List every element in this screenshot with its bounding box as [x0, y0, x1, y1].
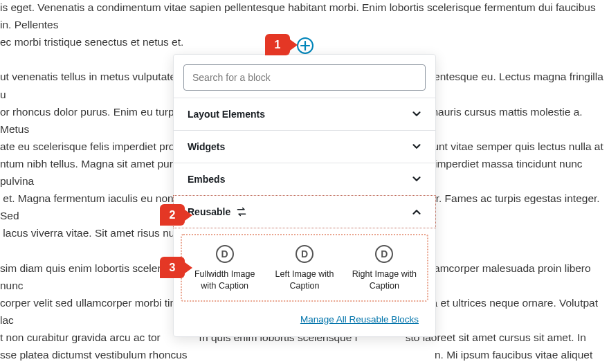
reusable-icon [236, 206, 247, 217]
block-fullwidth-image-caption[interactable]: D Fullwidth Image with Caption [185, 244, 264, 293]
plus-icon [300, 41, 310, 51]
category-widgets[interactable]: Widgets [174, 130, 435, 163]
manage-reusable-blocks-link[interactable]: Manage All Reusable Blocks [300, 314, 419, 325]
category-label: Widgets [188, 141, 225, 152]
annotation-badge-3: 3 [160, 257, 185, 278]
category-label: Reusable [188, 206, 230, 217]
block-label: Left Image with Caption [268, 269, 341, 292]
manage-row: Manage All Reusable Blocks [174, 306, 435, 336]
divi-icon: D [216, 245, 234, 263]
chevron-up-icon [410, 206, 423, 218]
chevron-down-icon [410, 108, 423, 120]
category-embeds[interactable]: Embeds [174, 163, 435, 195]
block-left-image-caption[interactable]: D Left Image with Caption [265, 244, 344, 293]
block-label: Fullwidth Image with Caption [188, 269, 262, 292]
search-container [174, 55, 435, 98]
reusable-blocks-list: D Fullwidth Image with Caption D Left Im… [181, 234, 428, 302]
search-input[interactable] [183, 64, 426, 91]
annotation-badge-2: 2 [160, 204, 185, 226]
category-label: Embeds [188, 174, 225, 185]
chevron-down-icon [410, 140, 423, 153]
category-label: Layout Elements [188, 109, 265, 120]
block-inserter-panel: Layout Elements Widgets Embeds Reusable … [173, 54, 436, 337]
category-layout-elements[interactable]: Layout Elements [174, 98, 435, 130]
divi-icon: D [375, 245, 393, 263]
divi-icon: D [296, 245, 313, 263]
add-block-button[interactable] [297, 37, 313, 54]
block-label: Right Image with Caption [347, 269, 421, 292]
block-right-image-caption[interactable]: D Right Image with Caption [345, 244, 424, 293]
chevron-down-icon [410, 173, 423, 185]
category-reusable[interactable]: Reusable [173, 195, 436, 228]
annotation-badge-1: 1 [265, 34, 290, 55]
